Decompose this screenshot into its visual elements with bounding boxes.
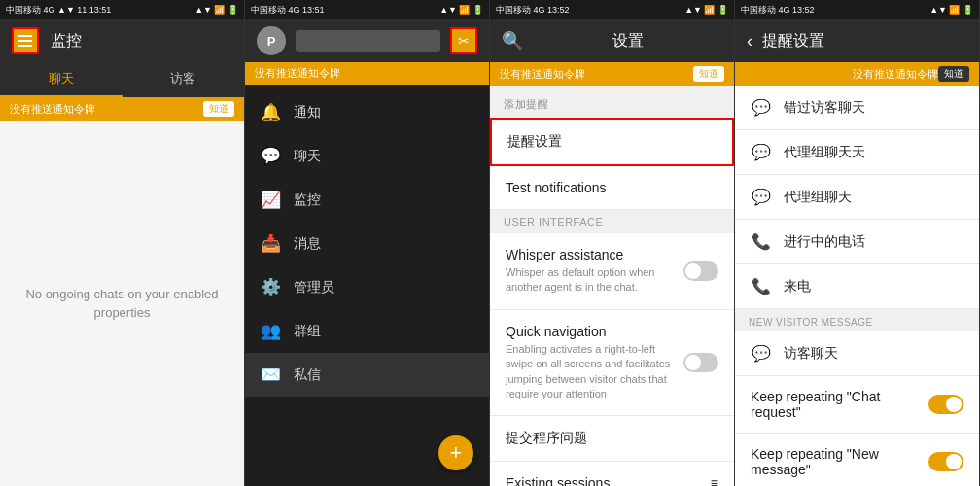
search-icon[interactable]: 🔍 [502, 30, 523, 52]
settings-alert-btn[interactable]: 知道 [693, 66, 724, 82]
nav-item-monitor[interactable]: 📈 监控 [245, 178, 489, 222]
ongoing-call-icon: 📞 [751, 232, 772, 251]
status-left-3: 中国移动 4G 13:52 [496, 4, 570, 17]
monitor-alert-btn[interactable]: 知道 [203, 101, 234, 117]
alert-keep-repeat-msg[interactable]: Keep repeating "New message" [735, 434, 979, 486]
nav-menu: 🔔 通知 💬 聊天 📈 监控 📥 消息 ⚙️ 管理员 👥 群组 ✉️ 私信 [245, 85, 489, 486]
settings-alert-text: 没有推送通知令牌 [500, 67, 585, 82]
alert-settings-item[interactable]: 提醒设置 [490, 118, 734, 166]
nav-label-monitor: 监控 [294, 191, 321, 209]
whisper-text-group: Whisper assistance Whisper as default op… [506, 247, 683, 295]
alert-settings-label: 提醒设置 [508, 133, 562, 149]
keep-repeat-chat-toggle[interactable] [928, 395, 963, 414]
alert-keep-repeat-chat[interactable]: Keep repeating "Chat request" [735, 376, 979, 434]
nav-item-messages[interactable]: 📥 消息 [245, 222, 489, 265]
chat-icon: 💬 [261, 146, 280, 166]
menu-line-2 [18, 40, 32, 42]
whisper-knob [685, 263, 701, 279]
status-right-4: ▲▼ 📶 🔋 [929, 5, 973, 15]
user-name-bar [296, 30, 440, 52]
status-left-2: 中国移动 4G 13:51 [251, 4, 325, 17]
tab-visitor[interactable]: 访客 [122, 62, 245, 97]
settings-title: 设置 [533, 31, 722, 52]
agent-group-label2: 代理组聊天 [784, 189, 963, 206]
nav-item-notify[interactable]: 🔔 通知 [245, 90, 489, 134]
missed-chat-label: 错过访客聊天 [784, 99, 963, 117]
agent-group-label1: 代理组聊天天 [784, 144, 963, 161]
menu-button[interactable] [12, 27, 39, 54]
nav-item-admin[interactable]: ⚙️ 管理员 [245, 265, 489, 309]
settings-icon-btn[interactable]: ✂ [450, 27, 477, 54]
agent-group-icon2: 💬 [751, 188, 772, 206]
quick-nav-row: Quick navigation Enabling activates a ri… [506, 324, 718, 402]
nav-item-chat[interactable]: 💬 聊天 [245, 134, 489, 178]
ui-section-divider: USER INTERFACE [490, 210, 734, 233]
whisper-title: Whisper assistance [506, 247, 674, 262]
alert-agent-group-chat1[interactable]: 💬 代理组聊天天 [735, 130, 979, 175]
nav-header: P ✂ [245, 19, 489, 62]
whisper-sub: Whisper as default option when another a… [506, 265, 674, 295]
status-right-1: ▲▼ 📶 🔋 [194, 5, 238, 15]
quick-nav-item[interactable]: Quick navigation Enabling activates a ri… [490, 310, 734, 417]
nav-item-dm[interactable]: ✉️ 私信 [245, 353, 489, 397]
submit-issue-label: 提交程序问题 [506, 430, 587, 445]
alert-settings-content: 💬 错过访客聊天 💬 代理组聊天天 💬 代理组聊天 📞 进行中的电话 📞 来电 … [735, 86, 979, 486]
status-bar-3: 中国移动 4G 13:52 ▲▼ 📶 🔋 [490, 0, 734, 19]
settings-header: 🔍 设置 [490, 19, 734, 62]
quick-nav-knob [685, 355, 701, 370]
nav-label-dm: 私信 [294, 366, 321, 384]
dm-icon: ✉️ [261, 364, 280, 385]
alert-ongoing-call[interactable]: 📞 进行中的电话 [735, 220, 979, 264]
nav-label-notify: 通知 [294, 104, 321, 122]
fab-button[interactable]: + [438, 435, 473, 470]
keep-repeat-msg-knob [946, 454, 962, 469]
keep-repeat-msg-toggle[interactable] [928, 452, 963, 471]
panel-monitor: 中国移动 4G ▲▼ 11 13:51 ▲▼ 📶 🔋 监控 聊天 访客 没有推送… [0, 0, 245, 486]
nav-label-chat: 聊天 [294, 148, 321, 165]
tab-chat[interactable]: 聊天 [0, 62, 122, 97]
existing-sessions-row: Existing sessions ≡ [506, 475, 718, 486]
ongoing-call-label: 进行中的电话 [784, 233, 963, 251]
keep-repeat-chat-knob [946, 397, 962, 412]
existing-sessions-item[interactable]: Existing sessions ≡ [490, 462, 734, 486]
keep-repeat-msg-label: Keep repeating "New message" [751, 446, 917, 477]
section-add-alert: 添加提醒 [490, 86, 734, 118]
submit-issue-item[interactable]: 提交程序问题 [490, 416, 734, 462]
alert-settings-alert: 没有推送通知令牌 知道 [735, 62, 979, 86]
quick-nav-title: Quick navigation [506, 324, 674, 339]
panel-settings: 中国移动 4G 13:52 ▲▼ 📶 🔋 🔍 设置 没有推送通知令牌 知道 添加… [490, 0, 735, 486]
settings-content: 添加提醒 提醒设置 Test notifications USER INTERF… [490, 86, 734, 486]
monitor-alert: 没有推送通知令牌 知道 [0, 97, 244, 121]
monitor-tabs: 聊天 访客 [0, 62, 244, 97]
test-notifications-item[interactable]: Test notifications [490, 166, 734, 210]
settings-alert: 没有推送通知令牌 知道 [490, 62, 734, 86]
nav-label-groups: 群组 [294, 323, 321, 340]
whisper-row: Whisper assistance Whisper as default op… [506, 247, 718, 295]
bell-icon: 🔔 [261, 102, 280, 122]
monitor-header: 监控 [0, 19, 244, 62]
back-arrow-icon[interactable]: ‹ [747, 31, 752, 52]
quick-nav-toggle[interactable] [683, 353, 718, 372]
groups-icon: 👥 [261, 321, 280, 341]
quick-nav-sub: Enabling activates a right-to-left swipe… [506, 342, 674, 402]
incoming-call-icon: 📞 [751, 277, 772, 295]
menu-line-1 [18, 35, 32, 37]
alert-missed-chat[interactable]: 💬 错过访客聊天 [735, 86, 979, 130]
status-right-2: ▲▼ 📶 🔋 [439, 5, 483, 15]
whisper-toggle[interactable] [683, 261, 718, 281]
existing-sessions-label: Existing sessions [506, 475, 610, 486]
nav-item-groups[interactable]: 👥 群组 [245, 309, 489, 353]
alert-agent-group-chat2[interactable]: 💬 代理组聊天 [735, 175, 979, 220]
alert-settings-alert-btn[interactable]: 知道 [938, 66, 969, 82]
alert-incoming-call[interactable]: 📞 来电 [735, 264, 979, 309]
nav-label-messages: 消息 [294, 235, 321, 253]
status-bar-4: 中国移动 4G 13:52 ▲▼ 📶 🔋 [735, 0, 979, 19]
nav-alert: 没有推送通知令牌 [245, 62, 489, 85]
monitor-alert-text: 没有推送通知令牌 [10, 102, 95, 117]
status-bar-1: 中国移动 4G ▲▼ 11 13:51 ▲▼ 📶 🔋 [0, 0, 244, 19]
whisper-assistance-item[interactable]: Whisper assistance Whisper as default op… [490, 233, 734, 310]
no-chats-text: No ongoing chats on your enabled propert… [0, 285, 244, 323]
alert-visitor-chat[interactable]: 💬 访客聊天 [735, 331, 979, 376]
nav-label-admin: 管理员 [294, 279, 334, 296]
agent-group-icon1: 💬 [751, 143, 772, 161]
